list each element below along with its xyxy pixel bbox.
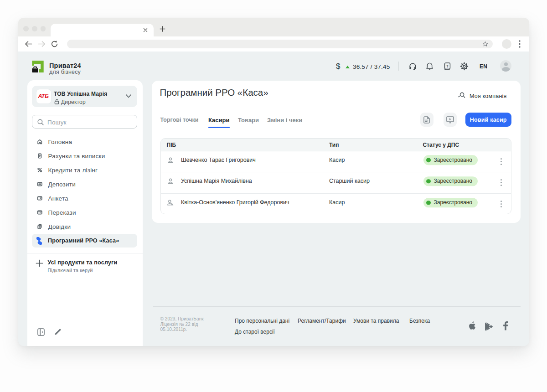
svg-text:?: ? [446,64,449,68]
